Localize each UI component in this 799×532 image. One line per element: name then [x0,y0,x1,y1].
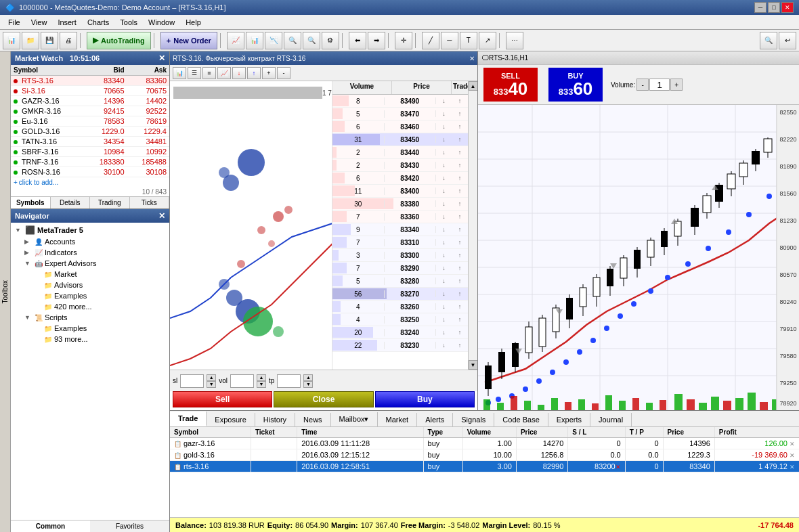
nav-item[interactable]: ▼ 🤖 Expert Advisors [12,258,168,269]
nav-tab-favorites[interactable]: Favorites [90,520,169,532]
tp-up[interactable]: ▲ [303,374,313,381]
vol-input[interactable]: 1 [230,374,254,388]
navigator-close[interactable]: ✕ [158,211,165,221]
dom-close[interactable]: ✕ [469,55,475,62]
dom-buy-btn2[interactable]: ↑ [247,67,261,79]
sell-button[interactable]: Sell [173,391,272,407]
scroll-up-btn[interactable]: ▲ [469,81,478,91]
tab-exposure[interactable]: Exposure [207,413,255,426]
close-position-button[interactable]: Close [274,391,373,407]
menu-help[interactable]: Help [180,17,207,28]
tab-codebase[interactable]: Code Base [494,413,548,426]
nav-item[interactable]: ▼ 📜 Scripts [12,312,168,323]
tab-news[interactable]: News [295,413,331,426]
tab-market[interactable]: Market [378,413,418,426]
search-button[interactable]: 🔍 [760,32,777,49]
open-button[interactable]: 📁 [22,32,39,49]
nav-tab-common[interactable]: Common [11,520,90,532]
nav-item[interactable]: ▼ ⬛ MetaTrader 5 [12,224,168,236]
dom-sell-btn[interactable]: ↓ [232,67,246,79]
dom-chart-btn[interactable]: 📊 [173,67,186,79]
chart-line-button[interactable]: 📉 [265,32,282,49]
dom-table-row[interactable]: 7 83310 ↓ ↑ [332,236,468,249]
text-tool-button[interactable]: T [460,32,477,49]
vol-field[interactable] [649,79,670,91]
menu-insert[interactable]: Insert [52,17,82,28]
new-chart-button[interactable]: 📊 [3,32,20,49]
tab-trade[interactable]: Trade [170,412,207,426]
dom-table-row[interactable]: 6 83460 ↓ ↑ [332,120,468,133]
vol-increment[interactable]: + [670,79,683,91]
dom-table-row[interactable]: 4 83250 ↓ ↑ [332,313,468,326]
scroll-right-button[interactable]: ➡ [368,32,385,49]
tp-input[interactable]: 0 [277,374,301,388]
nav-item[interactable]: ▶ 📈 Indicators [12,247,168,258]
market-watch-row[interactable]: ROSN-3.16 30100 30108 [11,167,169,177]
nav-item[interactable]: ▶ 👤 Accounts [12,236,168,247]
dom-table-row[interactable]: 31 83450 ↓ ↑ [332,133,468,146]
dom-zoomout-btn[interactable]: - [277,67,290,79]
market-watch-row[interactable]: GMKR-3.16 92415 92522 [11,106,169,116]
tp-down[interactable]: ▼ [303,381,313,388]
properties-button[interactable]: ⚙ [322,32,339,49]
tab-details[interactable]: Details [51,197,91,208]
menu-window[interactable]: Window [143,17,180,28]
dom-zoomin-btn[interactable]: + [262,67,276,79]
market-watch-close[interactable]: ✕ [158,53,165,63]
close-trade-btn[interactable]: ✕ [790,441,795,447]
chart-candle-button[interactable]: 📊 [246,32,263,49]
zoom-in-button[interactable]: 🔍 [284,32,301,49]
minimize-button[interactable]: ─ [754,2,766,13]
menu-charts[interactable]: Charts [82,17,114,28]
dom-depth-btn[interactable]: ≡ [202,67,216,79]
dom-list-btn[interactable]: ☰ [188,67,201,79]
new-order-button[interactable]: + New Order [160,32,217,49]
market-watch-row[interactable]: TATN-3.16 34354 34481 [11,137,169,147]
trade-table-row[interactable]: 📋rts-3.16 2016.03.09 12:58:51 buy 3.00 8… [170,461,799,472]
back-button[interactable]: ↩ [779,32,796,49]
market-watch-row[interactable]: RTS-3.16 83340 83360 [11,76,169,86]
toolbox-label[interactable]: Toolbox [0,278,10,306]
buy-trade-button[interactable]: BUY 83360 [548,68,603,102]
dom-table-row[interactable]: 7 83290 ↓ ↑ [332,262,468,275]
sl-stepper[interactable]: ▲ ▼ [207,374,216,388]
market-watch-row[interactable]: SBRF-3.16 10984 10992 [11,147,169,157]
print-button[interactable]: 🖨 [60,32,77,49]
arrow-tool-button[interactable]: ↗ [479,32,496,49]
dom-table-row[interactable]: 2 83440 ↓ ↑ [332,146,468,159]
add-symbol-button[interactable]: +click to add... [11,177,169,187]
market-watch-row[interactable]: Si-3.16 70665 70675 [11,86,169,96]
dom-table-row[interactable]: 6 83420 ↓ ↑ [332,172,468,185]
more-tools-button[interactable]: ⋯ [506,32,523,49]
menu-view[interactable]: View [26,17,53,28]
maximize-button[interactable]: □ [768,2,780,13]
market-watch-row[interactable]: GAZR-3.16 14396 14402 [11,96,169,106]
sl-down[interactable]: ▼ [207,381,216,388]
nav-item[interactable]: 📁 Examples [12,323,168,334]
trade-table-row[interactable]: 📋gazr-3.16 2016.03.09 11:11:28 buy 1.00 … [170,438,799,449]
scroll-down-btn[interactable]: ▼ [469,360,478,370]
auto-trading-button[interactable]: ▶ AutoTrading [87,32,151,49]
dom-table-row[interactable]: 8 83490 ↓ ↑ [332,95,468,108]
vol-down[interactable]: ▼ [257,381,266,388]
nav-item[interactable]: 📁 93 more... [12,334,168,345]
save-button[interactable]: 💾 [41,32,58,49]
market-watch-row[interactable]: TRNF-3.16 183380 185488 [11,157,169,167]
dom-scrollbar[interactable]: ▲ ▼ [468,81,477,370]
dom-trades-btn[interactable]: 📈 [217,67,231,79]
tab-history[interactable]: History [255,413,295,426]
scroll-left-button[interactable]: ⬅ [349,32,366,49]
sl-input[interactable]: 0 [180,374,204,388]
market-watch-row[interactable]: Eu-3.16 78583 78619 [11,116,169,127]
vol-stepper[interactable]: ▲ ▼ [257,374,266,388]
tab-mailbox[interactable]: Mailbox▾ [331,412,378,426]
dom-table-row[interactable]: 20 83240 ↓ ↑ [332,326,468,339]
tab-symbols[interactable]: Symbols [11,197,51,208]
dom-table-row[interactable]: 5 83470 ↓ ↑ [332,108,468,120]
menu-file[interactable]: File [3,17,26,28]
trade-table-row[interactable]: 📋gold-3.16 2016.03.09 12:15:12 buy 10.00… [170,449,799,461]
tab-ticks[interactable]: Ticks [130,197,170,208]
tp-stepper[interactable]: ▲ ▼ [303,374,313,388]
nav-item[interactable]: 📁 420 more... [12,301,168,312]
close-button[interactable]: ✕ [781,2,794,13]
